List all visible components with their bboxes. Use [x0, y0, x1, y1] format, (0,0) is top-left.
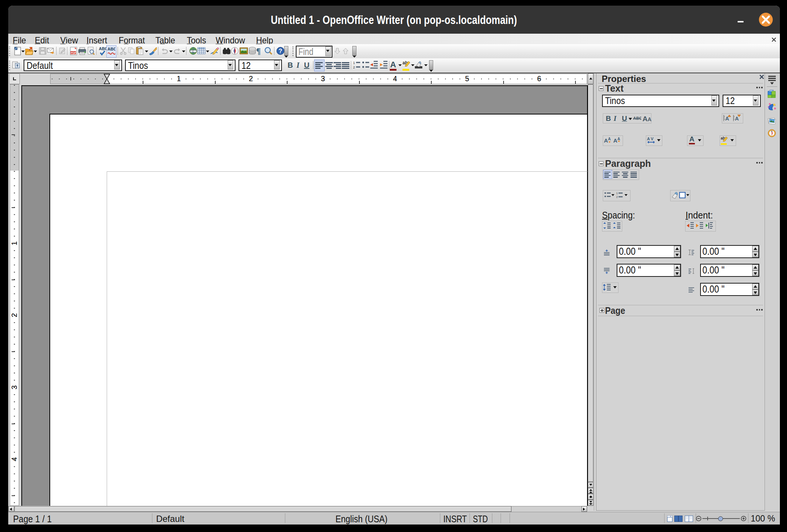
- svg-text:?: ?: [279, 48, 282, 54]
- svg-text:A: A: [613, 137, 617, 144]
- svg-text:A: A: [647, 137, 650, 141]
- svg-text:A: A: [608, 137, 611, 141]
- svg-text:2: 2: [616, 196, 618, 198]
- svg-text:A: A: [604, 137, 608, 144]
- svg-text:2: 2: [353, 65, 355, 69]
- svg-text:1: 1: [616, 192, 618, 195]
- svg-text:PDF: PDF: [71, 52, 76, 54]
- svg-text:N: N: [771, 130, 772, 132]
- svg-text:1: 1: [353, 61, 355, 65]
- svg-text:ABC: ABC: [633, 116, 641, 120]
- svg-text:A: A: [735, 116, 739, 122]
- svg-text:A: A: [617, 137, 620, 141]
- svg-text:V: V: [651, 137, 654, 141]
- svg-text:ABC: ABC: [107, 47, 115, 51]
- svg-text:¶: ¶: [256, 46, 261, 56]
